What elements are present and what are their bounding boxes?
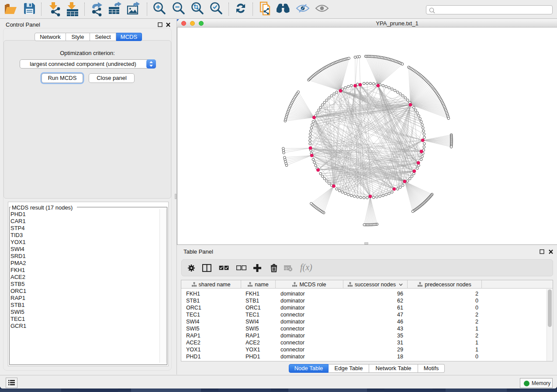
svg-text:f(x): f(x) [300,262,312,272]
